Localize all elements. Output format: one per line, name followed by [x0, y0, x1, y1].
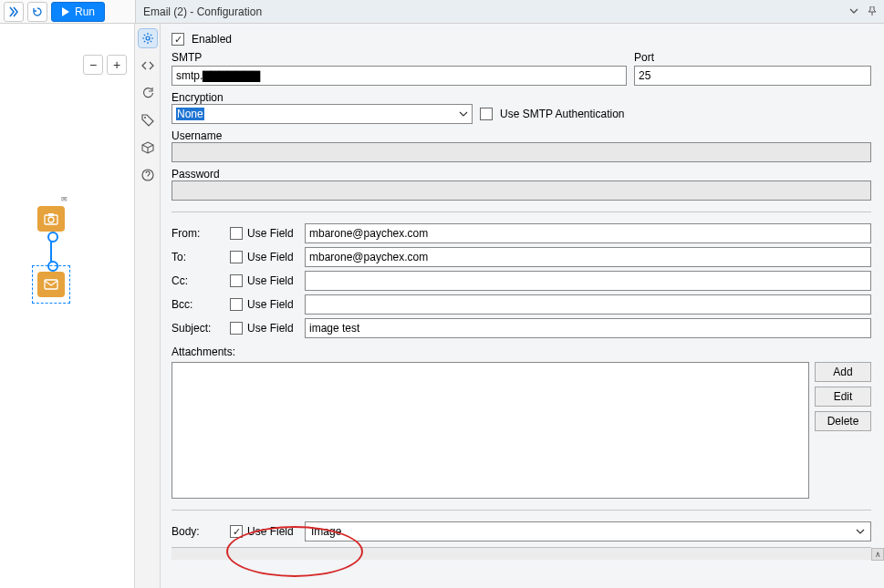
from-label: From: — [172, 227, 224, 240]
workflow-connector — [50, 235, 52, 268]
zoom-out-button[interactable]: − — [83, 55, 103, 75]
bcc-label: Bcc: — [172, 298, 224, 311]
username-label: Username — [172, 129, 871, 142]
from-usefield-checkbox[interactable] — [230, 227, 243, 240]
smtp-input[interactable] — [172, 66, 627, 86]
body-field-select[interactable]: Image — [305, 521, 871, 542]
smtp-auth-label: Use SMTP Authentication — [500, 108, 625, 120]
tab-package-icon[interactable] — [139, 139, 157, 157]
password-input — [172, 181, 871, 201]
chevron-down-icon — [856, 527, 865, 536]
panel-title-bar: Email (2) - Configuration — [135, 0, 884, 23]
subject-usefield-checkbox[interactable] — [230, 322, 243, 335]
attachments-add-button[interactable]: Add — [815, 362, 871, 382]
svg-point-1 — [48, 217, 54, 222]
body-editor-area[interactable]: ∧ — [172, 547, 871, 560]
zoom-in-button[interactable]: + — [107, 55, 127, 75]
to-usefield-label: Use Field — [247, 251, 294, 263]
workflow-node-email[interactable] — [35, 268, 68, 301]
body-usefield-label: Use Field — [247, 525, 294, 538]
svg-point-4 — [146, 36, 150, 40]
attachments-delete-button[interactable]: Delete — [815, 411, 871, 431]
port-input[interactable] — [634, 66, 871, 86]
play-icon — [61, 7, 70, 16]
attachments-edit-button[interactable]: Edit — [815, 387, 871, 407]
body-usefield-checkbox[interactable] — [230, 525, 243, 538]
from-usefield-label: Use Field — [247, 227, 294, 240]
encryption-select[interactable]: None — [172, 104, 473, 124]
svg-rect-2 — [48, 213, 54, 216]
pin-icon[interactable] — [868, 5, 877, 18]
username-input — [172, 142, 871, 162]
tab-help-icon[interactable] — [139, 166, 157, 184]
enabled-label: Enabled — [192, 33, 232, 46]
bcc-usefield-checkbox[interactable] — [230, 298, 243, 311]
attachments-list[interactable] — [172, 362, 809, 499]
subject-label: Subject: — [172, 322, 224, 335]
tab-refresh-icon[interactable] — [139, 84, 157, 102]
subject-input[interactable] — [305, 318, 871, 338]
cc-usefield-checkbox[interactable] — [230, 274, 243, 287]
bcc-input[interactable] — [305, 294, 871, 315]
tab-configuration-icon[interactable] — [139, 29, 157, 47]
scroll-up-arrow[interactable]: ∧ — [871, 548, 884, 561]
cc-label: Cc: — [172, 274, 224, 287]
body-field-value: Image — [311, 525, 341, 538]
collapse-icon[interactable] — [849, 5, 858, 18]
password-label: Password — [172, 168, 871, 181]
run-button[interactable]: Run — [51, 2, 105, 22]
encryption-label: Encryption — [172, 91, 871, 104]
smtp-label: SMTP — [172, 51, 627, 64]
svg-point-5 — [144, 117, 146, 119]
port-label: Port — [634, 51, 871, 64]
cc-usefield-label: Use Field — [247, 274, 294, 287]
from-input[interactable] — [305, 223, 871, 243]
to-input[interactable] — [305, 247, 871, 267]
envelope-icon — [44, 279, 58, 290]
mail-badge-icon: ✉ — [61, 195, 68, 203]
configuration-panel: Enabled SMTP Port Encryption None Use SM… — [161, 24, 884, 588]
workflow-canvas[interactable]: − + ✉ — [0, 24, 135, 588]
run-button-label: Run — [75, 5, 95, 18]
to-label: To: — [172, 251, 224, 263]
body-label: Body: — [172, 525, 224, 538]
panel-title: Email (2) - Configuration — [143, 5, 262, 18]
svg-rect-3 — [45, 280, 57, 289]
workflow-node-screenshot[interactable]: ✉ — [35, 202, 68, 235]
bcc-usefield-label: Use Field — [247, 298, 294, 311]
tab-tags-icon[interactable] — [139, 111, 157, 129]
enabled-checkbox[interactable] — [172, 33, 184, 46]
tab-code-icon[interactable] — [139, 57, 157, 75]
chevron-down-icon — [459, 109, 468, 119]
expand-icon-button[interactable] — [4, 2, 24, 22]
camera-icon — [44, 212, 58, 225]
subject-usefield-label: Use Field — [247, 322, 294, 335]
config-side-tabs — [135, 24, 161, 588]
encryption-value: None — [176, 108, 204, 120]
to-usefield-checkbox[interactable] — [230, 251, 243, 263]
history-icon-button[interactable] — [27, 2, 47, 22]
attachments-label: Attachments: — [172, 346, 871, 358]
smtp-auth-checkbox[interactable] — [480, 108, 493, 120]
cc-input[interactable] — [305, 271, 871, 291]
